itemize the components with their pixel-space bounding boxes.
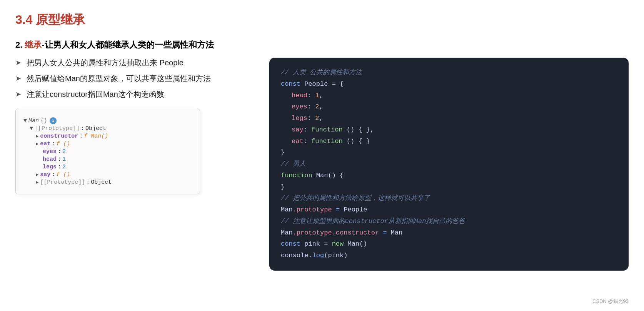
debug-val-head: 1	[62, 156, 66, 163]
code-prop-legs: legs	[292, 115, 307, 122]
watermark: CSDN @猫光93	[592, 298, 629, 305]
code-kw-function2: function	[311, 138, 343, 145]
code-var-people: People	[304, 80, 332, 88]
debug-proto2-row: ► [[Prototype]] : Object	[36, 179, 192, 186]
debug-key-eyes: eyes	[43, 148, 57, 155]
code-line-eyes: eyes: 2,	[292, 101, 617, 113]
debug-func-man: f Man()	[84, 133, 108, 140]
code-obj-man1: Man	[281, 206, 293, 213]
code-comment3: // 把公共的属性和方法给原型，这样就可以共享了	[281, 193, 617, 204]
section-heading-rest: -让男人和女人都能继承人类的一些属性和方法	[42, 40, 214, 50]
code-kw-const2: const	[281, 240, 304, 248]
debug-func-eat: f ()	[56, 141, 70, 147]
debug-val-eyes: 2	[62, 148, 66, 155]
code-box: // 人类 公共的属性和方法 const People = { head: 1,…	[269, 58, 629, 271]
section-heading-highlight: 继承	[25, 40, 42, 50]
code-comment4: // 注意让原型里面的constructor从新指回Man找自己的爸爸	[281, 216, 617, 227]
list-item: ➤ 注意让constructor指回Man这个构造函数	[15, 89, 254, 100]
code-val-man: Man	[391, 229, 403, 236]
code-eq1: =	[336, 206, 344, 213]
bullet-arrow: ➤	[15, 90, 21, 98]
code-eq3: =	[324, 240, 332, 248]
triangle-icon: ▼	[23, 118, 27, 124]
list-item-text: 然后赋值给Man的原型对象，可以共享这些属性和方法	[27, 73, 211, 84]
code-line-eat: eat: function () { }	[292, 136, 617, 147]
debug-proto-label: [[Prototype]]	[35, 125, 80, 132]
code-arg-pink: pink	[328, 252, 344, 259]
code-log: log	[312, 252, 324, 259]
page-title: 3.4 原型继承	[15, 12, 629, 28]
debug-title-row: ▼ Man {} i	[23, 117, 192, 124]
code-kw-function1: function	[311, 126, 343, 133]
code-line-people: const People = {	[281, 78, 617, 90]
list-item-text: 把男人女人公共的属性和方法抽取出来 People	[27, 58, 184, 68]
code-comment2: // 男人	[281, 158, 617, 170]
code-num-2b: 2	[315, 115, 319, 122]
bullet-list: ➤ 把男人女人公共的属性和方法抽取出来 People ➤ 然后赋值给Man的原型…	[15, 58, 254, 100]
debug-head-row: head : 1	[36, 156, 192, 163]
triangle-icon: ▼	[30, 125, 33, 132]
code-prop-eyes: eyes	[292, 103, 307, 110]
debug-say-row: ► say : f ()	[36, 171, 192, 178]
debug-legs-row: legs : 2	[36, 164, 192, 170]
code-eq2: =	[383, 229, 390, 236]
list-item: ➤ 把男人女人公共的属性和方法抽取出来 People	[15, 58, 254, 68]
left-panel: ➤ 把男人女人公共的属性和方法抽取出来 People ➤ 然后赋值给Man的原型…	[15, 58, 254, 194]
right-panel: // 人类 公共的属性和方法 const People = { head: 1,…	[269, 58, 629, 271]
code-line-say: say: function () { },	[292, 124, 617, 136]
code-dot2: .prototype.constructor	[293, 229, 383, 236]
code-var-pink: pink	[304, 240, 324, 248]
debug-proto2-label: [[Prototype]]	[40, 179, 85, 186]
debug-proto-val: Object	[85, 125, 106, 132]
section-heading: 2. 继承-让男人和女人都能继承人类的一些属性和方法	[15, 39, 629, 51]
code-line-pink: const pink = new Man()	[281, 238, 617, 250]
list-item-text: 注意让constructor指回Man这个构造函数	[27, 89, 164, 100]
debug-box: ▼ Man {} i ▼ [[Prototype]] : Object ► co…	[15, 109, 200, 194]
triangle-small-icon: ►	[36, 180, 38, 185]
code-prop-say: say	[292, 126, 304, 133]
debug-key-legs: legs	[43, 164, 57, 170]
debug-obj-name: Man	[28, 118, 39, 124]
debug-val-legs: 2	[62, 164, 66, 170]
code-line-man-func: function Man() {	[281, 170, 617, 181]
code-val-people: People	[344, 206, 367, 213]
bullet-arrow: ➤	[15, 58, 21, 67]
debug-key-say: say	[40, 171, 50, 178]
triangle-small-icon: ►	[36, 172, 38, 178]
code-kw-const: const	[281, 80, 304, 88]
code-comment1: // 人类 公共的属性和方法	[281, 67, 617, 78]
list-item: ➤ 然后赋值给Man的原型对象，可以共享这些属性和方法	[15, 73, 254, 84]
bullet-arrow: ➤	[15, 74, 21, 83]
debug-func-say: f ()	[56, 171, 70, 178]
debug-key-head: head	[43, 156, 57, 163]
code-func-man-name: Man	[316, 172, 328, 179]
code-line-console: console.log(pink)	[281, 250, 617, 261]
code-kw-new: new	[332, 240, 348, 248]
code-line-close-people: }	[281, 147, 617, 158]
section-heading-prefix: 2.	[15, 40, 25, 50]
code-console: console	[281, 252, 308, 259]
code-prop-eat: eat	[292, 138, 304, 145]
info-icon: i	[50, 117, 57, 124]
debug-proto2-val: Object	[91, 179, 112, 186]
code-line-close-man: }	[281, 181, 617, 193]
code-kw-function3: function	[281, 172, 316, 179]
debug-key-eat: eat	[40, 141, 50, 147]
triangle-small-icon: ►	[36, 141, 38, 147]
code-line-legs: legs: 2,	[292, 113, 617, 124]
debug-eyes-row: eyes : 2	[36, 148, 192, 155]
code-prop-head: head	[292, 92, 307, 99]
code-num-1a: 1	[315, 92, 319, 99]
code-line-proto2: Man.prototype.constructor = Man	[281, 227, 617, 239]
debug-prototype-row: ▼ [[Prototype]] : Object	[30, 125, 192, 132]
debug-key-constructor: constructor	[40, 133, 78, 140]
code-obj-man2: Man	[281, 229, 293, 236]
code-num-2a: 2	[315, 103, 319, 110]
debug-constructor-row: ► constructor : f Man()	[36, 133, 192, 140]
code-line-proto1: Man.prototype = People	[281, 204, 617, 216]
debug-eat-row: ► eat : f ()	[36, 141, 192, 147]
code-dot1: .prototype	[293, 206, 336, 213]
debug-obj-braces: {}	[40, 118, 47, 124]
code-new-man: Man	[347, 240, 359, 248]
code-line-head: head: 1,	[292, 90, 617, 101]
